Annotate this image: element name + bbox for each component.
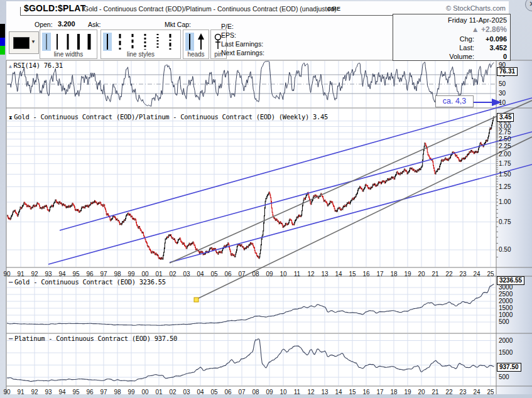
line-style-dotted[interactable] [153, 33, 162, 51]
line-width-2[interactable] [53, 33, 62, 51]
rsi-axis-label: 10 [499, 99, 506, 106]
year-label: 95 [72, 389, 79, 395]
palette-color-blue[interactable] [0, 38, 5, 46]
open-value: 3.200 [58, 20, 75, 28]
year-label: 14 [335, 271, 342, 277]
year-label: 20 [418, 271, 425, 277]
year-label: 05 [210, 271, 217, 277]
palette-color-green[interactable] [0, 46, 5, 55]
heads-caption: heads [183, 51, 209, 58]
year-label: 09 [266, 271, 273, 277]
year-label: 19 [404, 271, 411, 277]
year-label: 06 [224, 271, 231, 277]
chg-value: +0.096 [474, 35, 507, 43]
head-arrow[interactable] [197, 33, 205, 51]
open-label: Open: [35, 21, 53, 28]
year-label: 19 [404, 389, 411, 395]
year-label: 16 [362, 389, 369, 395]
year-label: 24 [473, 271, 480, 277]
year-label: 06 [224, 389, 231, 395]
gold-axis-label: 2500 [499, 291, 513, 298]
header-notch [20, 7, 21, 15]
pe-label: P/E: [221, 23, 234, 30]
quote-box: Friday 11-Apr-2025 ▲ +2.86% Chg:+0.096 L… [393, 14, 511, 61]
year-label: 92 [31, 271, 38, 277]
year-label: 17 [376, 389, 383, 395]
line-style-dash-short[interactable] [141, 33, 149, 51]
year-label: 25 [487, 271, 494, 277]
year-label: 01 [155, 389, 162, 395]
rsi-axis-label: 30 [499, 90, 506, 97]
stockcharts-chartnotes-window: $GOLD:$PLAT Gold - Continuous Contract (… [0, 0, 532, 398]
ratio-axis-label: 0.50 [499, 246, 511, 253]
year-label: 20 [418, 389, 425, 395]
year-label: 01 [155, 271, 162, 277]
ratio-axis-label: 1.00 [499, 198, 511, 205]
trendline-handle[interactable] [194, 298, 198, 302]
line-style-dash-dot[interactable] [166, 33, 175, 51]
year-label: 07 [238, 271, 245, 277]
platinum-panel-title: —Platinum - Continuous Contract (EOD) 93… [9, 335, 177, 342]
line-width-1[interactable] [42, 33, 51, 51]
next-earnings-label: Next Earnings: [221, 49, 264, 56]
year-label: 98 [114, 389, 121, 395]
ratio-axis-label: 1.50 [499, 171, 511, 178]
last-earnings-label: Last Earnings: [221, 40, 263, 48]
year-label: 25 [487, 389, 494, 395]
year-label: 02 [169, 271, 176, 277]
year-label: 22 [445, 271, 452, 277]
platinum-axis-label: 500 [499, 374, 509, 380]
year-label: 08 [252, 271, 259, 277]
year-label: 18 [390, 389, 397, 395]
year-label: 98 [114, 271, 121, 277]
year-label: 97 [100, 271, 107, 277]
ratio-axis-label: 0.75 [499, 218, 511, 225]
year-label: 08 [252, 389, 259, 395]
year-label: 13 [321, 389, 328, 395]
arrow-heads-group: heads [183, 30, 209, 59]
line-style-dash[interactable] [128, 33, 137, 51]
percent-change: ▲ +2.86% [472, 25, 507, 34]
year-label: 90 [3, 271, 10, 277]
gold-axis-label: 1500 [499, 304, 513, 311]
gold-axis-label: 2000 [499, 298, 513, 304]
last-value: 3.452 [474, 44, 507, 51]
ratio-axis-label: 1.25 [499, 183, 511, 190]
year-label: 09 [266, 389, 273, 395]
color-dropdown[interactable]: ▼ [9, 31, 39, 54]
head-plain-line[interactable] [185, 33, 194, 51]
copyright: © StockCharts.com [446, 4, 506, 12]
palette-color-black[interactable] [0, 24, 5, 38]
gold-panel-title: —Gold - Continuous Contract (EOD) 3236.5… [9, 278, 166, 286]
year-label: 15 [349, 389, 356, 395]
line-series-icon: — [9, 335, 13, 342]
candlestick-icon: ⧗ [9, 115, 12, 121]
chg-row: Chg:+0.096 [460, 35, 507, 43]
ratio-axis-label: 2.25 [499, 143, 511, 149]
gold-value-box: 3236.55 [497, 276, 524, 285]
year-label: 16 [362, 271, 369, 277]
line-width-4[interactable] [74, 33, 83, 51]
arrow-up-icon [197, 33, 205, 51]
year-label: 11 [294, 389, 300, 395]
line-style-solid[interactable] [103, 33, 112, 51]
line-width-5[interactable] [85, 33, 94, 51]
ask-label: Ask: [88, 21, 100, 28]
exchange-label: CME [327, 6, 341, 12]
year-label: 14 [335, 389, 342, 395]
ratio-axis-label: 1.75 [499, 160, 511, 167]
rsi-axis-label: 50 [499, 80, 506, 87]
year-label: 96 [86, 389, 93, 395]
rsi-value-box: 76.31 [497, 67, 518, 76]
ratio-axis-label: 2.00 [499, 151, 511, 158]
price-target-annotation[interactable]: ca. 4,3 [435, 95, 474, 107]
line-series-icon: — [9, 278, 13, 286]
year-label: 04 [197, 389, 204, 395]
ratio-value-box: 3.45 [497, 113, 514, 122]
year-label: 95 [72, 271, 79, 277]
volume-row: Volume:0 [449, 53, 507, 60]
year-label: 94 [58, 271, 65, 277]
chart-title: Gold - Continuous Contract (EOD)/Platinu… [84, 5, 337, 13]
line-width-3[interactable] [63, 33, 72, 51]
line-style-dash-long[interactable] [116, 33, 124, 51]
